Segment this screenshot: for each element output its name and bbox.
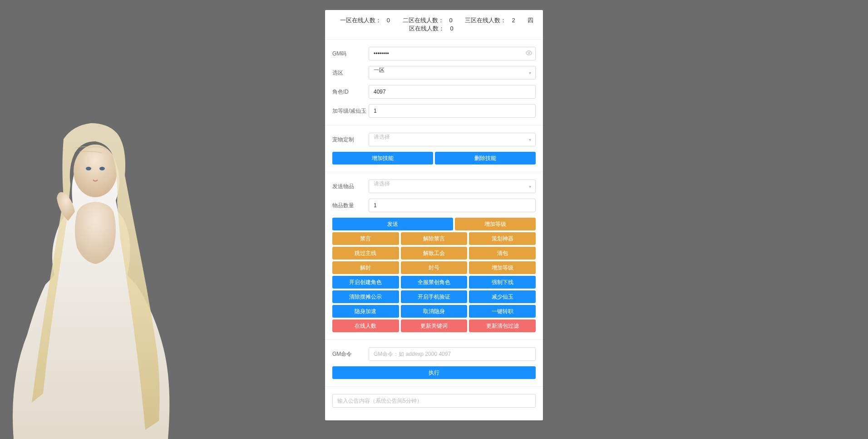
disable-create-button[interactable]: 全服禁创角色 [401, 276, 468, 289]
send-button[interactable]: 发送 [332, 218, 453, 230]
gm-cmd-input[interactable] [369, 347, 536, 361]
pet-label: 宠物定制 [332, 136, 369, 144]
announce-input[interactable] [332, 394, 536, 408]
cancel-stealth-button[interactable]: 取消隐身 [401, 305, 468, 318]
eye-icon[interactable] [526, 50, 532, 58]
online-count-button[interactable]: 在线人数 [332, 319, 399, 332]
background-character-image [0, 85, 191, 439]
execute-button[interactable]: 执行 [332, 366, 536, 379]
zone3-status: 三区在线人数：2 [462, 17, 518, 24]
dissolve-guild-button[interactable]: 解散工会 [401, 247, 468, 259]
force-offline-button[interactable]: 强制下线 [469, 276, 536, 289]
gm-cmd-label: GM命令 [332, 350, 369, 358]
level-label: 加等级/减仙玉 [332, 107, 369, 115]
mute-button[interactable]: 禁言 [332, 232, 399, 245]
pet-select[interactable]: 请选择 [369, 133, 536, 146]
svg-point-3 [528, 52, 530, 54]
send-item-select[interactable]: 请选择 [369, 180, 536, 193]
one-key-job-button[interactable]: 一键转职 [469, 305, 536, 318]
reduce-jade-button[interactable]: 减少仙玉 [469, 290, 536, 303]
zone1-status: 一区在线人数：0 [337, 17, 393, 24]
item-count-input[interactable] [369, 199, 536, 212]
seal-button[interactable]: 封号 [401, 261, 468, 274]
gm-code-label: GM码 [332, 50, 369, 58]
character-silhouette [0, 85, 191, 439]
zone-select[interactable]: 一区 [369, 66, 536, 80]
unmute-button[interactable]: 解除禁言 [401, 232, 468, 245]
zone2-status: 二区在线人数：0 [400, 17, 455, 24]
send-item-label: 发送物品 [332, 183, 369, 190]
svg-point-0 [74, 145, 117, 197]
plan-god-button[interactable]: 策划神器 [469, 232, 536, 245]
add-skill-button[interactable]: 增加技能 [332, 152, 433, 165]
level-input[interactable] [369, 104, 536, 118]
zone-label: 选区 [332, 69, 369, 77]
update-keyword-button[interactable]: 更新关键词 [401, 319, 468, 332]
admin-panel: 一区在线人数：0 二区在线人数：0 三区在线人数：2 四区在线人数：0 GM码 … [325, 10, 543, 420]
enable-create-button[interactable]: 开启创建角色 [332, 276, 399, 289]
item-count-label: 物品数量 [332, 202, 369, 210]
online-status-bar: 一区在线人数：0 二区在线人数：0 三区在线人数：2 四区在线人数：0 [325, 10, 543, 40]
add-level-button[interactable]: 增加等级 [455, 218, 536, 230]
gm-code-input[interactable] [369, 47, 536, 60]
svg-point-2 [99, 167, 105, 170]
clear-bag-button[interactable]: 清包 [469, 247, 536, 259]
unseal-button[interactable]: 解封 [332, 261, 399, 274]
skip-main-button[interactable]: 跳过主线 [332, 247, 399, 259]
stealth-speed-button[interactable]: 隐身加速 [332, 305, 399, 318]
svg-point-1 [86, 167, 91, 170]
role-id-input[interactable] [369, 85, 536, 99]
clear-display-button[interactable]: 清除摆摊公示 [332, 290, 399, 303]
delete-skill-button[interactable]: 删除技能 [435, 152, 536, 165]
add-level2-button[interactable]: 增加等级 [469, 261, 536, 274]
enable-phone-button[interactable]: 开启手机验证 [401, 290, 468, 303]
role-id-label: 角色ID [332, 88, 369, 96]
update-filter-button[interactable]: 更新清包过滤 [469, 319, 536, 332]
